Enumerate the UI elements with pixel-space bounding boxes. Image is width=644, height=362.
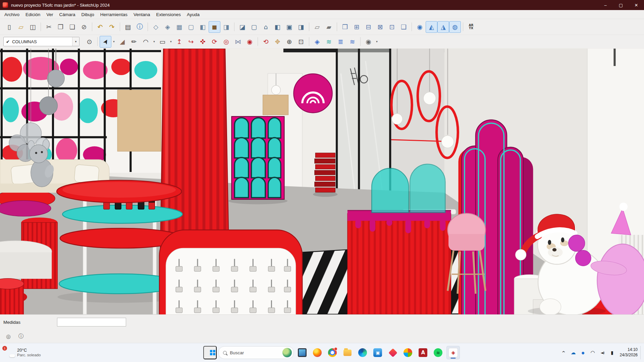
taskbar-search[interactable]: Buscar [218,346,294,359]
close-button[interactable]: ✕ [629,0,644,10]
back-view-icon[interactable]: ▣ [283,21,295,33]
left-view-icon[interactable]: ◨ [295,21,307,33]
shaded-textures-style-icon[interactable]: ◼ [209,21,220,33]
menu-ayuda[interactable]: Ayuda [184,12,203,17]
maximize-button[interactable]: ▢ [613,0,629,10]
delete-icon[interactable]: ⊘ [78,21,90,33]
front-view-icon[interactable]: ⌂ [260,21,272,33]
menu-dibujo[interactable]: Dibujo [78,12,97,17]
artx-extension-icon[interactable]: AR TX [465,21,477,33]
rectangle-caret[interactable]: ▾ [168,36,173,48]
peg-display[interactable] [159,230,302,314]
open-icon[interactable]: ▱ [15,21,27,33]
arc-caret[interactable]: ▾ [152,36,157,48]
sandbox-contours-icon[interactable]: ≋ [323,36,335,48]
shaded-style-icon[interactable]: ◧ [197,21,209,33]
section-plane-icon[interactable]: ▱ [311,21,323,33]
followme-tool-icon[interactable]: ↪ [185,36,197,48]
arc-tool-icon[interactable]: ◠ [140,36,152,48]
new-document-icon[interactable]: ▯ [3,21,15,33]
volume-icon[interactable]: ◄) [598,346,607,359]
file-explorer-icon[interactable] [341,346,354,359]
offset-tool-icon[interactable]: ◎ [220,36,232,48]
menu-herramientas[interactable]: Herramientas [97,12,130,17]
menu-ventana[interactable]: Ventana [130,12,153,17]
spotify-icon[interactable]: ≋ [431,346,445,359]
titlebar[interactable]: nuevo proyecto T5ofc mas jardin* - Sketc… [0,0,644,10]
line-tool-icon[interactable]: ✏ [128,36,140,48]
right-view-icon[interactable]: ◧ [272,21,283,33]
save-icon[interactable]: ◫ [27,21,39,33]
basket-stack[interactable] [313,153,337,197]
edge-icon[interactable] [356,346,369,359]
copy-icon[interactable]: ❐ [55,21,66,33]
wifi-icon[interactable]: ◠ [588,346,598,359]
walk-icon[interactable]: ◮ [437,21,449,33]
menu-extensiones[interactable]: Extensiones [153,12,184,17]
sketchup-taskbar-icon[interactable]: ◈ [446,346,460,359]
account-caret[interactable]: ▾ [374,36,379,48]
redo-icon[interactable]: ↷ [106,21,118,33]
locker-display[interactable] [228,117,287,204]
layers-stack-icon[interactable]: ≣ [335,36,346,48]
wood-panel[interactable] [117,90,161,152]
measurements-input[interactable] [57,318,126,326]
xray-style-icon[interactable]: ◇ [150,21,162,33]
info-icon[interactable]: ⓘ [17,333,25,340]
start-button[interactable] [203,346,217,359]
chrome-icon[interactable] [326,346,339,359]
menu-edicion[interactable]: Edición [22,12,43,17]
red-diamond-app-icon[interactable] [386,346,399,359]
union-icon[interactable]: ⊟ [363,21,374,33]
desktop-preview-icon[interactable] [296,346,309,359]
tag-selector-dropdown[interactable]: ✔ COLUMNAS ▾ [3,37,79,46]
select-tool-icon[interactable]: ➤ [100,36,111,48]
cut-icon[interactable]: ✂ [43,21,55,33]
back-edges-style-icon[interactable]: ◈ [162,21,173,33]
pinwheel-app-icon[interactable] [401,346,415,359]
pushpull-tool-icon[interactable]: ↥ [173,36,185,48]
look-around-icon[interactable]: ◭ [426,21,437,33]
model-info-icon[interactable]: ⓘ [134,21,146,33]
tray-dot-app-icon[interactable]: ● [578,346,588,359]
paste-icon[interactable]: ❏ [66,21,78,33]
geolocation-icon[interactable]: ◎ [5,333,12,340]
minimize-button[interactable]: – [598,0,613,10]
search-daily-image[interactable] [282,348,292,357]
print-icon[interactable]: ▤ [122,21,134,33]
select-caret[interactable]: ▾ [111,36,116,48]
red-stool[interactable] [0,279,24,314]
menu-camara[interactable]: Cámara [56,12,78,17]
orbit-tool-icon[interactable]: ⟲ [260,36,272,48]
menu-ver[interactable]: Ver [43,12,56,17]
outer-shell-icon[interactable]: ❒ [339,21,351,33]
top-view-icon[interactable]: ▢ [248,21,260,33]
show-desktop-button[interactable] [640,346,643,359]
tray-chevron-icon[interactable]: ^ [559,346,569,359]
zoom-extents-icon[interactable]: ⊡ [295,36,307,48]
iso-view-icon[interactable]: ◪ [236,21,248,33]
flip-tool-icon[interactable]: ⋈ [232,36,244,48]
chevron-down-icon[interactable]: ▾ [72,37,79,46]
taskbar-clock[interactable]: 14:10 24/3/2026 [617,347,640,358]
section-fill-icon[interactable]: ▰ [323,21,335,33]
position-camera-icon[interactable]: ◉ [414,21,426,33]
teal-arch-screen[interactable] [372,168,409,213]
battery-icon[interactable]: ▮ [607,346,617,359]
model-viewport[interactable] [0,48,644,314]
viewport-canvas[interactable] [0,49,644,314]
split-icon[interactable]: ❑ [398,21,410,33]
intersect-icon[interactable]: ⊞ [351,21,363,33]
paint-bucket-icon[interactable]: ◉ [244,36,256,48]
search-sketchup-icon[interactable]: ⊙ [84,36,95,48]
weather-widget[interactable]: 1 20°C Parc. soleado [0,348,105,358]
firefox-icon[interactable] [311,346,324,359]
user-account-icon[interactable]: ◉ [363,36,374,48]
move-tool-icon[interactable]: ✜ [197,36,209,48]
onedrive-icon[interactable]: ☁ [569,346,578,359]
hexagon-extension-icon[interactable]: ◈ [311,36,323,48]
sandbox-smoove-icon[interactable]: ≋ [346,36,358,48]
autocad-icon[interactable]: A [416,346,430,359]
undo-icon[interactable]: ↶ [94,21,106,33]
microsoft-store-icon[interactable]: ▣ [371,346,384,359]
